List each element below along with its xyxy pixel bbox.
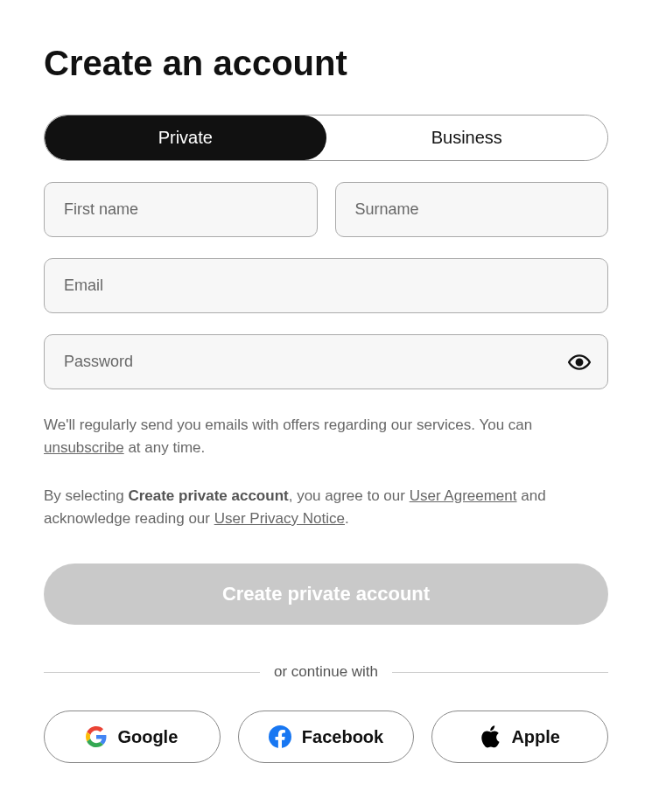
password-input[interactable] bbox=[44, 334, 608, 389]
text-bold: Create private account bbox=[128, 487, 288, 504]
email-input[interactable] bbox=[44, 258, 608, 313]
text: By selecting bbox=[44, 487, 128, 504]
divider-text: or continue with bbox=[274, 663, 378, 681]
privacy-notice-link[interactable]: User Privacy Notice bbox=[214, 510, 345, 527]
social-divider: or continue with bbox=[44, 663, 608, 681]
divider-line bbox=[44, 672, 260, 673]
facebook-icon bbox=[269, 725, 291, 748]
terms-disclosure: By selecting Create private account, you… bbox=[44, 485, 608, 531]
create-account-button[interactable]: Create private account bbox=[44, 564, 608, 625]
account-type-tabs: Private Business bbox=[44, 115, 608, 161]
first-name-input[interactable] bbox=[44, 182, 318, 237]
text: . bbox=[345, 510, 349, 527]
facebook-login-button[interactable]: Facebook bbox=[238, 710, 415, 763]
google-icon bbox=[86, 726, 107, 747]
email-disclosure: We'll regularly send you emails with off… bbox=[44, 414, 608, 460]
tab-private[interactable]: Private bbox=[45, 116, 326, 160]
svg-point-0 bbox=[577, 359, 583, 365]
text: at any time. bbox=[124, 439, 206, 456]
apple-label: Apple bbox=[511, 727, 560, 747]
apple-login-button[interactable]: Apple bbox=[431, 710, 608, 763]
text: We'll regularly send you emails with off… bbox=[44, 416, 532, 433]
google-login-button[interactable]: Google bbox=[44, 710, 221, 763]
page-title: Create an account bbox=[44, 44, 608, 83]
divider-line bbox=[392, 672, 608, 673]
apple-icon bbox=[480, 725, 501, 748]
facebook-label: Facebook bbox=[302, 727, 383, 747]
text: , you agree to our bbox=[289, 487, 410, 504]
google-label: Google bbox=[117, 727, 178, 747]
show-password-icon[interactable] bbox=[568, 351, 591, 374]
surname-input[interactable] bbox=[335, 182, 609, 237]
user-agreement-link[interactable]: User Agreement bbox=[410, 487, 517, 504]
social-login-row: Google Facebook Apple bbox=[44, 710, 608, 763]
tab-business[interactable]: Business bbox=[326, 116, 608, 160]
unsubscribe-link[interactable]: unsubscribe bbox=[44, 439, 124, 456]
